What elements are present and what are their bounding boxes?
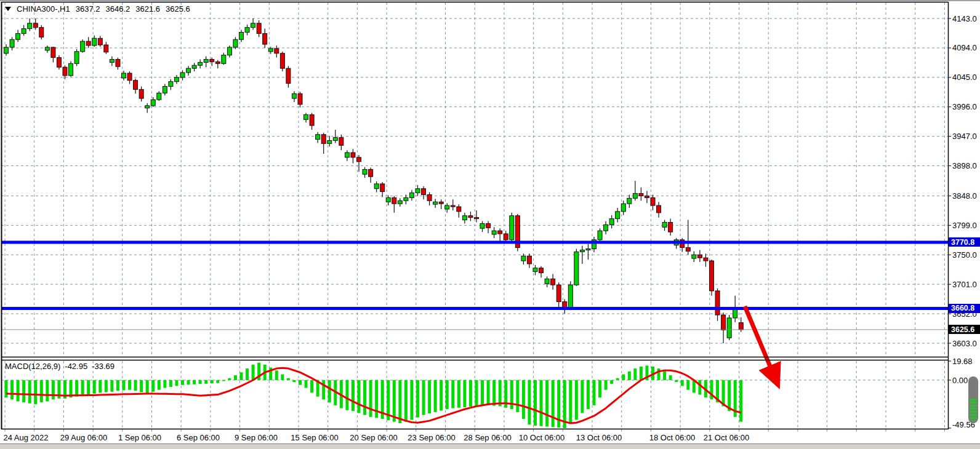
price-axis-label: 3947.0: [952, 132, 977, 141]
ohlc-high: 3646.2: [105, 4, 130, 14]
ohlc-open: 3637.2: [76, 4, 100, 14]
ohlc-close: 3625.6: [166, 4, 190, 14]
chart-header: CHINA300-,H1 3637.2 3646.2 3621.6 3625.6: [5, 4, 190, 14]
price-axis-label: 4143.0: [952, 14, 977, 23]
time-axis-label[interactable]: 28 Sep 06:00: [464, 433, 511, 442]
time-axis-label[interactable]: 21 Oct 06:00: [704, 433, 749, 442]
price-axis-label: 4094.0: [952, 43, 977, 52]
ohlc-low: 3621.6: [135, 4, 160, 14]
time-axis-label[interactable]: 9 Sep 06:00: [235, 433, 278, 442]
time-axis-label[interactable]: 29 Aug 06:00: [60, 433, 108, 442]
time-axis-label[interactable]: 20 Sep 06:00: [350, 433, 397, 442]
symbol-dropdown-icon[interactable]: [5, 7, 11, 11]
time-axis-label[interactable]: 1 Sep 06:00: [118, 433, 161, 442]
current-price-tag: 3625.6: [949, 325, 980, 334]
macd-name: MACD(12,26,9): [5, 362, 60, 371]
price-axis-label: 3603.0: [952, 339, 977, 348]
horizontal-level-line[interactable]: [1, 240, 948, 244]
time-axis-label[interactable]: 15 Sep 06:00: [291, 433, 338, 442]
window-bottom-edge: [0, 443, 980, 449]
time-axis-label[interactable]: 24 Aug 2022: [3, 433, 48, 442]
macd-signal-value: -33.69: [92, 362, 114, 371]
price-axis-label: 3996.0: [952, 102, 977, 111]
price-axis-label: 4045.0: [952, 73, 977, 82]
candles: [4, 18, 744, 343]
macd-indicator-label: MACD(12,26,9) -42.95 -33.69: [5, 362, 114, 371]
time-axis-label[interactable]: 13 Oct 06:00: [576, 433, 622, 442]
price-axis-label: 3848.0: [952, 191, 977, 201]
hline-price-tag: 3660.8: [949, 304, 980, 313]
scrollbar-stripes: [970, 399, 977, 421]
time-axis-label[interactable]: 6 Sep 06:00: [177, 433, 220, 442]
price-axis-label: 3799.0: [952, 221, 977, 230]
horizontal-level-line[interactable]: [1, 307, 948, 310]
macd-plot: [5, 363, 743, 428]
chart-canvas[interactable]: [0, 0, 980, 449]
macd-axis-label: 0.00: [952, 376, 968, 385]
price-axis-label: 3750.0: [952, 250, 977, 260]
macd-main-value: -42.95: [65, 362, 87, 371]
price-axis-label: 3701.0: [952, 280, 977, 289]
hline-price-tag: 3770.8: [949, 237, 980, 247]
chart-window: CHINA300-,H1 3637.2 3646.2 3621.6 3625.6…: [0, 0, 980, 449]
chart-scrollbar-thumb[interactable]: [968, 376, 978, 423]
symbol-name: CHINA300-,H1: [17, 4, 70, 14]
time-axis-label[interactable]: 23 Sep 06:00: [408, 433, 455, 442]
trend-arrow[interactable]: [745, 306, 777, 384]
price-axis-label: 3898.0: [952, 161, 977, 170]
time-axis-label[interactable]: 10 Oct 06:00: [519, 433, 564, 442]
time-axis-label[interactable]: 18 Oct 06:00: [649, 433, 695, 442]
macd-axis-label: 19.68: [952, 357, 973, 366]
